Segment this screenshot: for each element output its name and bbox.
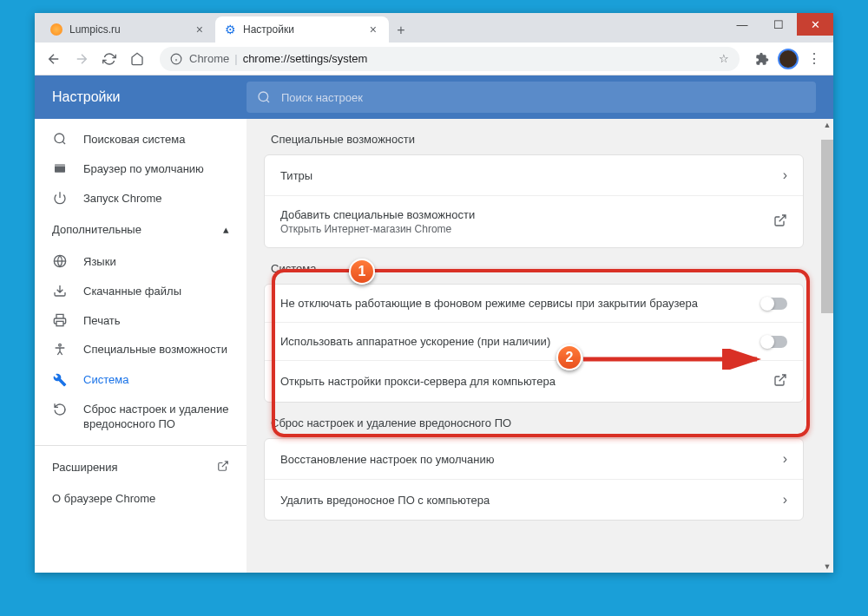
tab-strip: Lumpics.ru × ⚙ Настройки × + bbox=[35, 13, 833, 43]
search-placeholder: Поиск настроек bbox=[281, 91, 363, 104]
sidebar-extensions[interactable]: Расширения bbox=[35, 451, 247, 483]
external-link-icon bbox=[773, 373, 787, 390]
system-card: Не отключать работающие в фоновом режиме… bbox=[264, 284, 804, 403]
toggle-background-apps[interactable] bbox=[761, 298, 787, 310]
row-label: Удалить вредоносное ПО с компьютера bbox=[280, 494, 490, 507]
svg-point-5 bbox=[55, 134, 64, 143]
row-label: Открыть настройки прокси-сервера для ком… bbox=[280, 375, 556, 388]
new-tab-button[interactable]: + bbox=[389, 18, 413, 43]
sidebar-item-default-browser[interactable]: Браузер по умолчанию bbox=[35, 154, 247, 183]
settings-body: Поисковая система Браузер по умолчанию З… bbox=[35, 119, 833, 573]
row-background-apps[interactable]: Не отключать работающие в фоновом режиме… bbox=[265, 285, 803, 322]
wrench-icon bbox=[52, 373, 68, 387]
maximize-button[interactable]: ☐ bbox=[760, 13, 797, 36]
tab-title: Настройки bbox=[243, 23, 294, 36]
sidebar-item-printing[interactable]: Печать bbox=[35, 305, 247, 335]
favicon-lumpics bbox=[50, 23, 62, 36]
sidebar-label: Специальные возможности bbox=[83, 343, 227, 357]
scroll-thumb[interactable] bbox=[821, 140, 833, 313]
favicon-settings: ⚙ bbox=[224, 23, 236, 36]
about-label: О браузере Chrome bbox=[52, 492, 155, 505]
settings-title: Настройки bbox=[35, 89, 247, 105]
menu-button[interactable]: ⋮ bbox=[802, 47, 826, 71]
reset-card: Восстановление настроек по умолчанию › У… bbox=[264, 438, 804, 521]
globe-icon bbox=[52, 254, 68, 268]
settings-header: Настройки Поиск настроек bbox=[35, 75, 833, 119]
section-system-title: Система bbox=[264, 248, 804, 284]
bookmark-icon[interactable]: ☆ bbox=[719, 52, 729, 65]
vertical-scrollbar[interactable]: ▲ ▼ bbox=[821, 119, 833, 573]
row-label: Использовать аппаратное ускорение (при н… bbox=[280, 335, 550, 348]
extensions-label: Расширения bbox=[52, 461, 118, 474]
sidebar-about[interactable]: О браузере Chrome bbox=[35, 483, 247, 514]
tab-close-icon[interactable]: × bbox=[366, 23, 380, 36]
tab-title: Lumpics.ru bbox=[69, 23, 121, 36]
row-proxy-settings[interactable]: Открыть настройки прокси-сервера для ком… bbox=[265, 360, 803, 402]
toggle-hardware-acceleration[interactable] bbox=[761, 336, 787, 348]
profile-avatar[interactable] bbox=[778, 49, 799, 69]
section-reset-title: Сброс настроек и удаление вредоносного П… bbox=[264, 403, 804, 438]
chevron-up-icon: ▴ bbox=[223, 223, 229, 236]
advanced-label: Дополнительные bbox=[52, 223, 141, 236]
sidebar-item-languages[interactable]: Языки bbox=[35, 246, 247, 276]
tab-close-icon[interactable]: × bbox=[193, 23, 207, 36]
svg-line-4 bbox=[266, 100, 269, 102]
sidebar-item-reset[interactable]: Сброс настроек и удаление вредоносного П… bbox=[35, 395, 247, 440]
browser-icon bbox=[52, 161, 68, 175]
browser-window: — ☐ ✕ Lumpics.ru × ⚙ Настройки × + Chrom… bbox=[35, 13, 833, 573]
row-add-accessibility[interactable]: Добавить специальные возможности Открыть… bbox=[265, 195, 803, 247]
window-controls: — ☐ ✕ bbox=[724, 13, 833, 36]
row-restore-defaults[interactable]: Восстановление настроек по умолчанию › bbox=[265, 439, 803, 479]
omnibox-url: chrome://settings/system bbox=[243, 52, 368, 65]
svg-line-6 bbox=[62, 141, 65, 144]
sidebar-advanced-toggle[interactable]: Дополнительные ▴ bbox=[35, 213, 247, 246]
search-icon bbox=[257, 90, 271, 104]
sidebar-item-on-startup[interactable]: Запуск Chrome bbox=[35, 183, 247, 213]
sidebar-label: Сброс настроек и удаление вредоносного П… bbox=[83, 403, 229, 432]
scroll-up-arrow[interactable]: ▲ bbox=[821, 119, 833, 131]
close-button[interactable]: ✕ bbox=[797, 13, 833, 36]
row-label: Восстановление настроек по умолчанию bbox=[280, 453, 495, 466]
svg-rect-11 bbox=[56, 321, 63, 325]
address-bar[interactable]: Chrome | chrome://settings/system ☆ bbox=[160, 47, 740, 71]
sidebar-label: Скачанные файлы bbox=[83, 285, 181, 298]
sidebar-item-accessibility[interactable]: Специальные возможности bbox=[35, 335, 247, 365]
minimize-button[interactable]: — bbox=[724, 13, 760, 36]
reset-icon bbox=[52, 403, 68, 416]
extensions-button[interactable] bbox=[750, 47, 774, 71]
chevron-right-icon: › bbox=[783, 167, 787, 183]
content-area: Настройки Поиск настроек Поисковая систе… bbox=[35, 75, 833, 573]
row-label: Титры bbox=[280, 169, 312, 182]
chevron-right-icon: › bbox=[783, 451, 787, 467]
section-accessibility-title: Специальные возможности bbox=[264, 119, 804, 154]
sidebar-item-system[interactable]: Система bbox=[35, 365, 247, 395]
tab-lumpics[interactable]: Lumpics.ru × bbox=[42, 16, 215, 43]
download-icon bbox=[52, 284, 68, 298]
row-hardware-acceleration[interactable]: Использовать аппаратное ускорение (при н… bbox=[265, 322, 803, 360]
forward-button[interactable] bbox=[69, 47, 94, 71]
sidebar-label: Языки bbox=[83, 255, 116, 268]
row-captions[interactable]: Титры › bbox=[265, 155, 803, 195]
reload-button[interactable] bbox=[97, 47, 122, 71]
sidebar-item-downloads[interactable]: Скачанные файлы bbox=[35, 276, 247, 305]
settings-main: Специальные возможности Титры › Добавить… bbox=[247, 119, 821, 573]
sidebar-label: Система bbox=[83, 373, 128, 386]
tab-settings[interactable]: ⚙ Настройки × bbox=[215, 16, 389, 43]
toolbar: Chrome | chrome://settings/system ☆ ⋮ bbox=[35, 43, 833, 75]
row-label: Не отключать работающие в фоновом режиме… bbox=[280, 297, 698, 310]
scroll-down-arrow[interactable]: ▼ bbox=[821, 560, 833, 573]
home-button[interactable] bbox=[125, 47, 149, 71]
chevron-right-icon: › bbox=[783, 492, 787, 508]
row-sublabel: Открыть Интернет-магазин Chrome bbox=[280, 223, 475, 235]
row-cleanup[interactable]: Удалить вредоносное ПО с компьютера › bbox=[265, 479, 803, 520]
back-button[interactable] bbox=[42, 47, 66, 71]
settings-search[interactable]: Поиск настроек bbox=[247, 82, 816, 113]
accessibility-card: Титры › Добавить специальные возможности… bbox=[264, 154, 804, 248]
sidebar-label: Поисковая система bbox=[83, 133, 186, 146]
svg-point-12 bbox=[59, 344, 62, 346]
svg-rect-8 bbox=[55, 164, 65, 167]
sidebar-item-search-engine[interactable]: Поисковая система bbox=[35, 124, 247, 154]
info-icon bbox=[170, 53, 182, 65]
external-link-icon bbox=[217, 460, 229, 475]
sidebar-label: Печать bbox=[83, 314, 121, 327]
